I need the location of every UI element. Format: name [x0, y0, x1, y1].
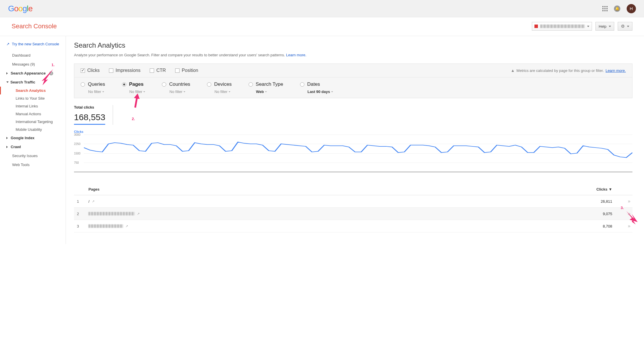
try-new-label: Try the new Search Console: [12, 42, 59, 46]
sidebar-item-web-tools[interactable]: Web Tools: [0, 160, 66, 169]
chevron-down-icon: [6, 81, 9, 83]
external-icon[interactable]: ↗: [125, 224, 128, 228]
dimension-pages[interactable]: Pages No filter: [122, 81, 145, 94]
product-name[interactable]: Search Console: [12, 23, 57, 30]
chevron-down-icon: [102, 91, 104, 92]
col-pages[interactable]: Pages: [86, 184, 469, 195]
chevron-down-icon: [143, 91, 145, 92]
annotation-label-2: 2.: [132, 117, 135, 121]
filter-dropdown[interactable]: No filter: [207, 90, 232, 94]
row-number: 1: [74, 195, 86, 208]
metrics-row: Clicks Impressions CTR Position ▲ Metric…: [74, 64, 632, 77]
try-new-link[interactable]: ↗ Try the new Search Console: [0, 41, 66, 51]
sidebar-section-search-traffic[interactable]: Search Traffic: [0, 78, 66, 87]
sidebar-section-crawl[interactable]: Crawl: [0, 142, 66, 151]
page-subtitle: Analyze your performance on Google Searc…: [74, 53, 632, 57]
sidebar-section-google-index[interactable]: Google Index: [0, 133, 66, 142]
google-logo[interactable]: Google: [8, 4, 32, 13]
dimension-devices[interactable]: Devices No filter: [207, 81, 232, 94]
sidebar-item-links[interactable]: Links to Your Site: [0, 94, 66, 102]
checkbox-icon: [150, 68, 154, 73]
page-title: Search Analytics: [74, 41, 632, 49]
sidebar-section-search-appearance[interactable]: Search Appearance i: [0, 69, 66, 78]
ytick: 750: [74, 161, 79, 164]
page-cell[interactable]: ↗: [86, 208, 469, 220]
help-button[interactable]: Help: [595, 22, 614, 31]
col-clicks[interactable]: Clicks ▼: [469, 184, 615, 195]
subtitle-text: Analyze your performance on Google Searc…: [74, 53, 286, 57]
filter-dropdown[interactable]: No filter: [162, 90, 190, 94]
metric-label: CTR: [156, 68, 166, 73]
info-icon[interactable]: i: [49, 71, 53, 75]
filter-value: No filter: [169, 90, 182, 94]
metric-ctr[interactable]: CTR: [150, 68, 166, 73]
table-row[interactable]: 2↗9,075»: [74, 208, 632, 220]
sidebar-item-manual-actions[interactable]: Manual Actions: [0, 110, 66, 118]
metric-impressions[interactable]: Impressions: [109, 68, 140, 73]
chevron-down-icon: [331, 91, 333, 92]
sidebar-item-messages[interactable]: Messages (9): [0, 60, 66, 69]
radio-icon: [207, 82, 211, 87]
external-icon[interactable]: ↗: [92, 200, 95, 203]
filter-dropdown[interactable]: Last 90 days: [300, 90, 333, 94]
sidebar-label: Crawl: [11, 145, 21, 149]
metric-clicks[interactable]: Clicks: [81, 68, 100, 73]
metric-position[interactable]: Position: [175, 68, 198, 73]
total-clicks-block: Total clicks 168,553: [74, 105, 113, 125]
chart-line: [84, 135, 632, 172]
clicks-cell: 26,811: [469, 195, 615, 208]
checkbox-icon: [81, 68, 85, 73]
google-bar: Google 🔔 H: [0, 0, 644, 17]
external-icon[interactable]: ↗: [137, 212, 140, 216]
dimension-queries[interactable]: Queries No filter: [81, 81, 105, 94]
drilldown-icon[interactable]: »: [621, 224, 630, 228]
dimension-countries[interactable]: Countries No filter: [162, 81, 190, 94]
filter-dropdown[interactable]: No filter: [122, 90, 145, 94]
clicks-cell: 8,708: [469, 220, 615, 232]
sidebar-item-mobile-usability[interactable]: Mobile Usability: [0, 126, 66, 133]
radio-icon: [300, 82, 304, 87]
metrics-warning: ▲ Metrics are calculated by page for thi…: [511, 68, 626, 73]
sidebar-item-internal-links[interactable]: Internal Links: [0, 102, 66, 110]
page-cell[interactable]: /↗: [86, 195, 469, 208]
sidebar-item-dashboard[interactable]: Dashboard: [0, 51, 66, 60]
filter-dropdown[interactable]: Web: [249, 90, 283, 94]
sidebar: ↗ Try the new Search Console Dashboard M…: [0, 36, 66, 244]
metric-label: Clicks: [87, 68, 100, 73]
page-url-redacted: [88, 212, 135, 215]
learn-more-link[interactable]: Learn more.: [286, 53, 306, 57]
drilldown-icon[interactable]: »: [621, 199, 630, 204]
sidebar-item-search-analytics[interactable]: Search Analytics: [0, 87, 66, 94]
learn-more-link[interactable]: Learn more.: [606, 68, 626, 73]
chart-title: Clicks: [74, 130, 632, 133]
radio-icon: [122, 82, 126, 87]
sidebar-label: Search Appearance: [11, 71, 46, 75]
chevron-right-icon: [6, 146, 9, 148]
filter-dropdown[interactable]: No filter: [81, 90, 105, 94]
chevron-right-icon: [6, 137, 9, 139]
drilldown-icon[interactable]: »: [621, 211, 630, 216]
property-picker[interactable]: [532, 22, 592, 31]
avatar[interactable]: H: [627, 4, 636, 13]
settings-button[interactable]: ⚙: [618, 22, 632, 31]
sidebar-label: Google Index: [11, 136, 34, 140]
gear-icon: ⚙: [621, 24, 625, 29]
notifications-icon[interactable]: 🔔: [614, 5, 620, 12]
chevron-right-icon: [6, 72, 9, 75]
sidebar-item-security[interactable]: Security Issues: [0, 151, 66, 160]
dimension-label: Countries: [169, 81, 190, 87]
dimension-dates[interactable]: Dates Last 90 days: [300, 81, 333, 94]
warning-icon: ▲: [511, 68, 515, 73]
chevron-down-icon: [265, 91, 267, 92]
table-row[interactable]: 3↗8,708»: [74, 220, 632, 232]
page-cell[interactable]: ↗: [86, 220, 469, 232]
dimensions-row: Queries No filter Pages No filter Countr…: [74, 77, 632, 98]
chevron-down-icon: [627, 26, 629, 27]
table-row[interactable]: 1/↗26,811»: [74, 195, 632, 208]
apps-icon[interactable]: [602, 6, 608, 11]
radio-icon: [81, 82, 85, 87]
chevron-down-icon: [609, 26, 611, 27]
dimension-search-type[interactable]: Search Type Web: [249, 81, 283, 94]
sidebar-item-intl-targeting[interactable]: International Targeting: [0, 118, 66, 126]
chevron-down-icon: [587, 26, 589, 27]
